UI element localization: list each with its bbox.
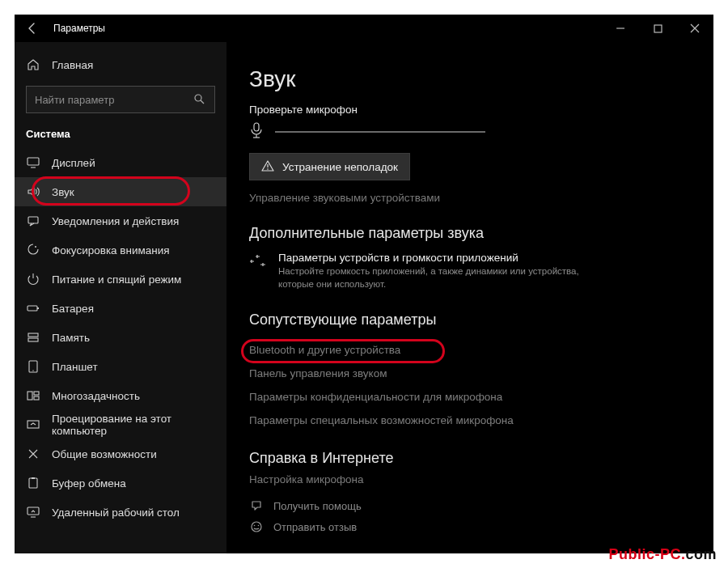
sidebar-item-label: Проецирование на этот компьютер [52, 413, 215, 437]
svg-line-3 [201, 100, 204, 104]
sidebar-item-12[interactable]: Удаленный рабочий стол [15, 498, 226, 527]
storage-icon [26, 330, 40, 345]
svg-point-28 [254, 525, 256, 527]
web-help-heading: Справка в Интернете [249, 450, 691, 467]
sidebar-item-2[interactable]: Уведомления и действия [15, 206, 226, 235]
battery-icon [26, 301, 40, 316]
give-feedback-label: Отправить отзыв [273, 521, 357, 533]
watermark: Public-PC.com [608, 546, 717, 563]
maximize-icon [654, 24, 662, 33]
sidebar-item-label: Питание и спящий режим [52, 273, 181, 286]
svg-rect-22 [254, 123, 259, 131]
projecting-icon [26, 418, 40, 432]
troubleshoot-button[interactable]: Устранение неполадок [249, 153, 410, 180]
troubleshoot-label: Устранение неполадок [282, 161, 398, 173]
sound-icon [26, 184, 40, 199]
power-icon [26, 272, 40, 286]
svg-point-13 [32, 370, 33, 371]
get-help-link[interactable]: Получить помощь [249, 495, 691, 516]
related-link-sound-panel[interactable]: Панель управления звуком [249, 362, 691, 385]
app-volume-desc: Настройте громкость приложений, а также … [278, 265, 586, 290]
multitasking-icon [26, 388, 40, 403]
sidebar-item-label: Фокусировка внимания [52, 244, 170, 256]
related-settings-heading: Сопутствующие параметры [249, 312, 691, 329]
settings-window: Параметры Главная [15, 15, 713, 553]
search-placeholder: Найти параметр [35, 94, 193, 106]
sidebar-item-6[interactable]: Память [15, 323, 226, 352]
sidebar-item-0[interactable]: Дисплей [15, 148, 226, 177]
svg-rect-4 [28, 158, 39, 165]
svg-rect-17 [28, 421, 39, 428]
web-help-link[interactable]: Настройка микрофона [249, 473, 691, 485]
window-title: Параметры [50, 23, 105, 34]
sidebar-item-label: Буфер обмена [52, 477, 126, 490]
sidebar-item-5[interactable]: Батарея [15, 294, 226, 323]
shared-experiences-icon [26, 447, 40, 461]
related-link-bluetooth[interactable]: Bluetooth и другие устройства [249, 338, 691, 362]
sidebar-item-3[interactable]: Фокусировка внимания [15, 235, 226, 265]
svg-rect-11 [28, 338, 38, 341]
sidebar-item-8[interactable]: Многозадачность [15, 381, 226, 410]
focus-assist-icon [26, 243, 40, 257]
sidebar-item-9[interactable]: Проецирование на этот компьютер [15, 410, 226, 439]
search-input[interactable]: Найти параметр [26, 86, 215, 113]
sidebar-item-label: Удаленный рабочий стол [52, 507, 180, 519]
close-button[interactable] [676, 15, 713, 42]
sidebar-item-label: Батарея [52, 303, 94, 315]
feedback-icon [249, 519, 264, 534]
get-help-icon [249, 498, 264, 513]
svg-rect-18 [29, 478, 37, 488]
svg-rect-19 [32, 477, 35, 479]
sidebar-item-10[interactable]: Общие возможности [15, 439, 226, 468]
display-icon [26, 155, 40, 170]
svg-point-29 [258, 525, 260, 527]
svg-rect-6 [28, 217, 38, 223]
advanced-sound-heading: Дополнительные параметры звука [249, 225, 691, 242]
check-mic-label: Проверьте микрофон [249, 104, 691, 116]
titlebar: Параметры [15, 15, 713, 42]
minimize-icon [616, 23, 625, 33]
svg-rect-15 [34, 392, 39, 395]
sidebar-item-label: Планшет [52, 361, 98, 373]
sidebar: Главная Найти параметр Система ДисплейЗв… [15, 42, 226, 553]
mic-level-meter [275, 131, 485, 133]
sidebar-item-1[interactable]: Звук [15, 177, 226, 206]
svg-point-27 [252, 522, 261, 532]
sidebar-home[interactable]: Главная [15, 50, 226, 79]
minimize-button[interactable] [602, 15, 639, 42]
related-link-mic-ease[interactable]: Параметры специальных возможностей микро… [249, 409, 691, 432]
give-feedback-link[interactable]: Отправить отзыв [249, 516, 691, 537]
sidebar-item-label: Звук [52, 186, 74, 198]
volume-mixer-icon [249, 253, 267, 273]
svg-rect-9 [37, 307, 39, 309]
back-button[interactable] [15, 15, 50, 42]
svg-rect-1 [654, 25, 662, 32]
sidebar-item-11[interactable]: Буфер обмена [15, 468, 226, 498]
sidebar-item-7[interactable]: Планшет [15, 352, 226, 381]
sidebar-nav-list: ДисплейЗвукУведомления и действияФокусир… [15, 148, 226, 527]
page-title: Звук [249, 66, 691, 92]
sidebar-item-4[interactable]: Питание и спящий режим [15, 265, 226, 294]
get-help-label: Получить помощь [273, 500, 362, 512]
sidebar-item-label: Память [52, 332, 90, 344]
sidebar-home-label: Главная [52, 59, 93, 71]
close-icon [690, 23, 700, 33]
remote-desktop-icon [26, 505, 40, 519]
sidebar-item-label: Уведомления и действия [52, 215, 179, 227]
svg-rect-14 [28, 392, 32, 400]
sidebar-item-label: Общие возможности [52, 448, 157, 460]
home-icon [26, 57, 40, 72]
warning-icon [261, 159, 274, 175]
tablet-icon [26, 359, 40, 374]
svg-point-7 [35, 246, 36, 248]
mic-test-row [249, 122, 691, 142]
sidebar-item-label: Дисплей [52, 157, 95, 169]
related-link-mic-privacy[interactable]: Параметры конфиденциальности для микрофо… [249, 385, 691, 409]
manage-sound-devices-link[interactable]: Управление звуковыми устройствами [249, 192, 691, 204]
app-volume-link[interactable]: Параметры устройств и громкости приложен… [249, 252, 691, 290]
maximize-button[interactable] [639, 15, 676, 42]
sidebar-item-label: Многозадачность [52, 390, 140, 402]
notifications-icon [26, 214, 40, 228]
svg-rect-16 [34, 396, 39, 400]
app-volume-title: Параметры устройств и громкости приложен… [278, 252, 586, 264]
